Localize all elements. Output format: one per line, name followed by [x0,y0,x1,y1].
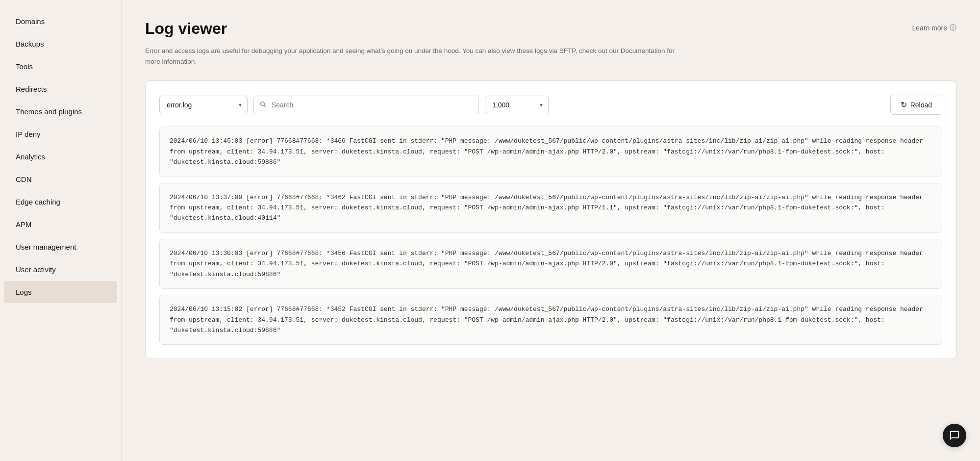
sidebar-item-apm[interactable]: APM [4,213,117,235]
sidebar-item-logs[interactable]: Logs [4,281,117,303]
sidebar-item-domains[interactable]: Domains [4,10,117,32]
log-entry: 2024/06/10 13:30:03 [error] 77668#77668:… [159,239,942,289]
log-container: error.logaccess.log ▾ 1005001,0005,000 ▾ [145,80,956,359]
sidebar-item-redirects[interactable]: Redirects [4,78,117,100]
sidebar-item-ip-deny[interactable]: IP deny [4,123,117,145]
info-icon: ⓘ [950,24,956,32]
page-title: Log viewer [145,20,227,38]
main-content: Log viewer Learn more ⓘ Error and access… [122,0,980,461]
page-description: Error and access logs are useful for deb… [145,46,684,67]
svg-point-0 [260,102,264,106]
svg-line-1 [264,105,266,107]
chat-bubble-button[interactable] [943,424,966,447]
sidebar-item-tools[interactable]: Tools [4,55,117,77]
log-entries-list: 2024/06/10 13:45:03 [error] 77668#77668:… [159,127,942,345]
sidebar-item-analytics[interactable]: Analytics [4,146,117,168]
sidebar-item-themes-plugins[interactable]: Themes and plugins [4,101,117,123]
learn-more-link[interactable]: Learn more ⓘ [912,24,956,32]
lines-select[interactable]: 1005001,0005,000 [485,96,549,114]
sidebar-item-user-management[interactable]: User management [4,236,117,258]
search-icon [259,101,266,109]
sidebar: DomainsBackupsToolsRedirectsThemes and p… [0,0,122,461]
log-file-select[interactable]: error.logaccess.log [159,96,248,114]
controls-row: error.logaccess.log ▾ 1005001,0005,000 ▾ [159,95,942,115]
sidebar-item-backups[interactable]: Backups [4,33,117,55]
page-header: Log viewer Learn more ⓘ [145,20,956,38]
log-entry: 2024/06/10 13:37:00 [error] 77668#77668:… [159,183,942,233]
log-entry: 2024/06/10 13:45:03 [error] 77668#77668:… [159,127,942,177]
log-entry: 2024/06/10 13:15:02 [error] 77668#77668:… [159,295,942,345]
lines-select-wrapper: 1005001,0005,000 ▾ [485,96,549,114]
sidebar-item-edge-caching[interactable]: Edge caching [4,191,117,213]
search-input[interactable] [253,96,479,114]
sidebar-item-cdn[interactable]: CDN [4,168,117,190]
reload-icon: ↻ [901,100,907,109]
search-wrapper [253,96,479,114]
reload-label: Reload [910,101,932,109]
learn-more-label: Learn more [912,24,947,32]
reload-button[interactable]: ↻ Reload [890,95,942,115]
sidebar-item-user-activity[interactable]: User activity [4,258,117,281]
log-file-select-wrapper: error.logaccess.log ▾ [159,96,248,114]
